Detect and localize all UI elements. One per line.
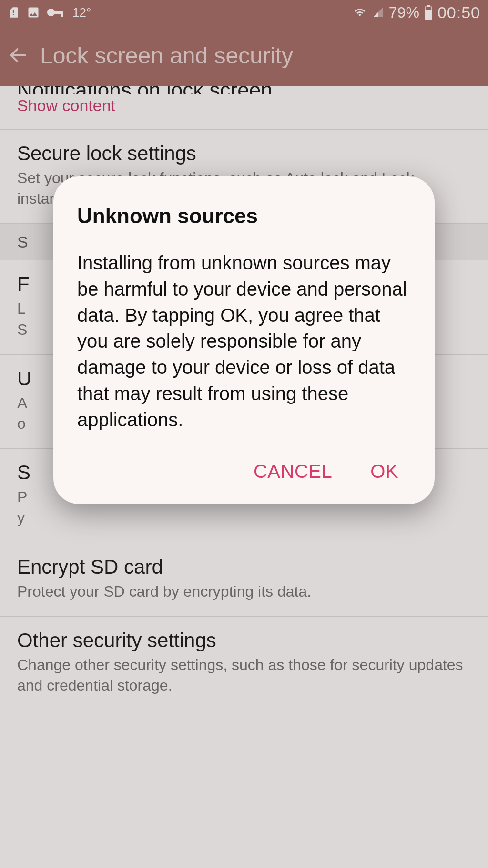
- dialog-title: Unknown sources: [77, 204, 411, 228]
- screen: 12° 79% 00:50 Lock screen and security N…: [0, 0, 488, 868]
- dialog-actions: CANCEL OK: [77, 456, 411, 487]
- ok-button[interactable]: OK: [366, 456, 402, 487]
- dialog-overlay: Unknown sources Installing from unknown …: [0, 0, 488, 868]
- unknown-sources-dialog: Unknown sources Installing from unknown …: [53, 176, 435, 504]
- cancel-button[interactable]: CANCEL: [250, 456, 336, 487]
- dialog-body: Installing from unknown sources may be h…: [77, 250, 411, 433]
